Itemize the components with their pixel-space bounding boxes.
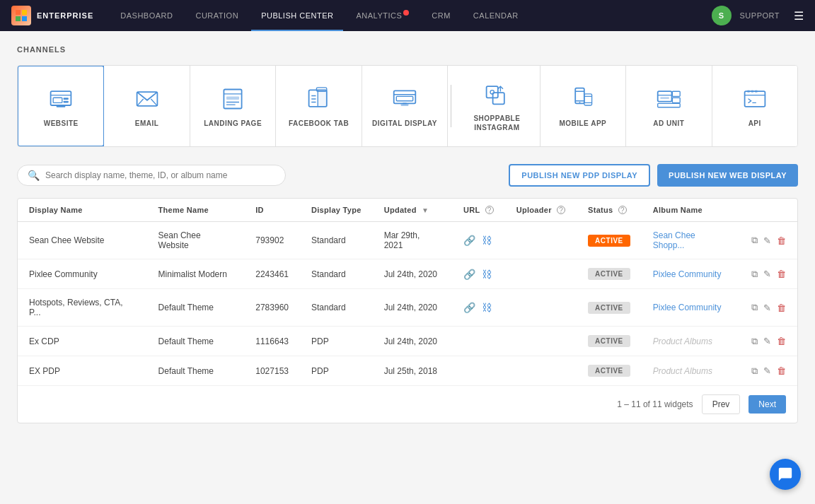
next-button[interactable]: Next	[748, 395, 786, 414]
delete-icon[interactable]: 🗑	[777, 336, 786, 346]
avatar[interactable]: S	[712, 6, 732, 25]
copy-icon[interactable]: ⧉	[751, 269, 758, 280]
status-cell: ACTIVE	[577, 289, 642, 327]
channel-email[interactable]: EMAIL	[104, 66, 190, 146]
brand-logo[interactable]: ENTERPRISE	[11, 6, 93, 25]
col-actions	[740, 199, 797, 222]
delete-icon[interactable]: 🗑	[777, 365, 786, 376]
publish-pdp-button[interactable]: PUBLISH NEW PDP DISPLAY	[509, 164, 650, 187]
svg-rect-48	[744, 91, 765, 107]
url-link-icon[interactable]: 🔗	[463, 269, 475, 280]
album-placeholder: Product Albums	[653, 366, 712, 376]
svg-point-33	[490, 90, 494, 94]
chain-link-icon[interactable]: ⛓	[482, 235, 492, 246]
album-name-cell: Product Albums	[642, 327, 740, 356]
album-name-cell: Product Albums	[642, 356, 740, 386]
url-cell: 🔗 ⛓	[452, 222, 505, 259]
search-icon: 🔍	[28, 170, 40, 181]
svg-rect-10	[57, 105, 66, 107]
svg-line-12	[137, 99, 143, 106]
delete-icon[interactable]: 🗑	[777, 235, 786, 246]
edit-icon[interactable]: ✎	[763, 336, 771, 346]
channel-shoppable-instagram[interactable]: SHOPPABLE INSTAGRAM	[454, 66, 540, 146]
status-info-icon[interactable]: ?	[618, 206, 627, 214]
url-link-icon[interactable]: 🔗	[463, 302, 475, 313]
chain-link-icon[interactable]: ⛓	[482, 269, 492, 280]
svg-line-13	[151, 99, 157, 106]
channel-ad-unit[interactable]: AD UNIT	[626, 66, 712, 146]
id-cell: 1116643	[244, 327, 300, 356]
copy-icon[interactable]: ⧉	[751, 365, 758, 377]
copy-icon[interactable]: ⧉	[751, 235, 758, 246]
col-display-type: Display Type	[300, 199, 373, 222]
edit-icon[interactable]: ✎	[763, 303, 771, 313]
channel-facebook-tab[interactable]: FACEBOOK TAB	[276, 66, 362, 146]
nav-link-curation[interactable]: CURATION	[185, 0, 248, 31]
support-link[interactable]: SUPPORT	[740, 11, 780, 20]
channel-landing-page[interactable]: LANDING PAGE	[190, 66, 276, 146]
hamburger-icon[interactable]: ☰	[794, 9, 804, 23]
pagination-info: 1 – 11 of 11 widgets	[617, 399, 693, 409]
channel-mobile-app[interactable]: MOBILE APP	[541, 66, 626, 146]
nav-links: DASHBOARD CURATION PUBLISH CENTER ANALYT…	[110, 0, 711, 31]
svg-rect-26	[394, 90, 416, 103]
channel-digital-display[interactable]: DIGITAL DISPLAY	[362, 66, 448, 146]
action-cell: ⧉✎🗑	[740, 327, 797, 356]
svg-rect-16	[226, 96, 239, 100]
copy-icon[interactable]: ⧉	[751, 302, 758, 313]
pagination: 1 – 11 of 11 widgets Prev Next	[18, 385, 797, 423]
album-name-cell: Pixlee Community	[642, 259, 740, 289]
prev-button[interactable]: Prev	[702, 394, 741, 414]
toolbar-buttons: PUBLISH NEW PDP DISPLAY PUBLISH NEW WEB …	[509, 164, 798, 187]
search-input[interactable]	[45, 170, 275, 180]
channels-label: CHANNELS	[17, 45, 798, 54]
album-link[interactable]: Sean Chee Shopp...	[653, 230, 695, 250]
url-cell	[452, 327, 505, 356]
edit-icon[interactable]: ✎	[763, 235, 771, 246]
url-link-icon[interactable]: 🔗	[463, 235, 475, 246]
uploader-cell	[505, 327, 577, 356]
channel-api[interactable]: API	[712, 66, 797, 146]
svg-rect-51	[747, 90, 750, 93]
status-badge: ACTIVE	[588, 268, 630, 280]
display-type-cell: PDP	[300, 327, 373, 356]
url-info-icon[interactable]: ?	[485, 206, 494, 214]
table-row: Ex CDP Default Theme 1116643 PDP Jul 24t…	[18, 327, 797, 356]
delete-icon[interactable]: 🗑	[777, 303, 786, 313]
nav-link-dashboard[interactable]: DASHBOARD	[110, 0, 183, 31]
copy-icon[interactable]: ⧉	[751, 336, 758, 347]
api-icon	[741, 85, 769, 113]
delete-icon[interactable]: 🗑	[777, 269, 786, 279]
table-row: Sean Chee Website Sean Chee Website 7939…	[18, 222, 797, 259]
edit-icon[interactable]: ✎	[763, 269, 771, 279]
album-link[interactable]: Pixlee Community	[653, 269, 722, 279]
nav-link-calendar[interactable]: CALENDAR	[463, 0, 528, 31]
channel-ad-unit-label: AD UNIT	[653, 119, 684, 128]
col-updated[interactable]: Updated ▼	[373, 199, 452, 222]
nav-link-publish-center[interactable]: PUBLISH CENTER	[251, 0, 343, 31]
channel-website[interactable]: WEBSITE	[17, 65, 105, 147]
svg-rect-31	[487, 86, 498, 98]
edit-icon[interactable]: ✎	[763, 365, 771, 376]
status-cell: ACTIVE	[577, 356, 642, 386]
nav-link-analytics[interactable]: ANALYTICS	[346, 0, 419, 31]
publish-web-button[interactable]: PUBLISH NEW WEB DISPLAY	[657, 164, 798, 187]
display-name-cell: Pixlee Community	[18, 259, 147, 289]
svg-rect-28	[396, 96, 412, 100]
main-content: CHANNELS WEBSITE	[0, 31, 815, 438]
uploader-info-icon[interactable]: ?	[557, 206, 565, 214]
nav-link-crm[interactable]: CRM	[422, 0, 461, 31]
svg-rect-47	[658, 103, 681, 107]
album-link[interactable]: Pixlee Community	[653, 303, 722, 312]
channel-api-label: API	[748, 119, 761, 128]
digital-display-icon	[391, 85, 419, 113]
url-cell: 🔗 ⛓	[452, 259, 505, 289]
chain-link-icon[interactable]: ⛓	[482, 302, 492, 313]
theme-name-cell: Minimalist Modern	[147, 259, 245, 289]
channels-grid: WEBSITE EMAIL	[17, 65, 798, 147]
updated-cell: Jul 24th, 2020	[373, 327, 452, 356]
svg-point-38	[579, 102, 580, 103]
svg-rect-7	[64, 98, 69, 100]
action-icons: ⧉✎🗑	[751, 365, 786, 377]
channel-mobile-app-label: MOBILE APP	[559, 119, 606, 128]
